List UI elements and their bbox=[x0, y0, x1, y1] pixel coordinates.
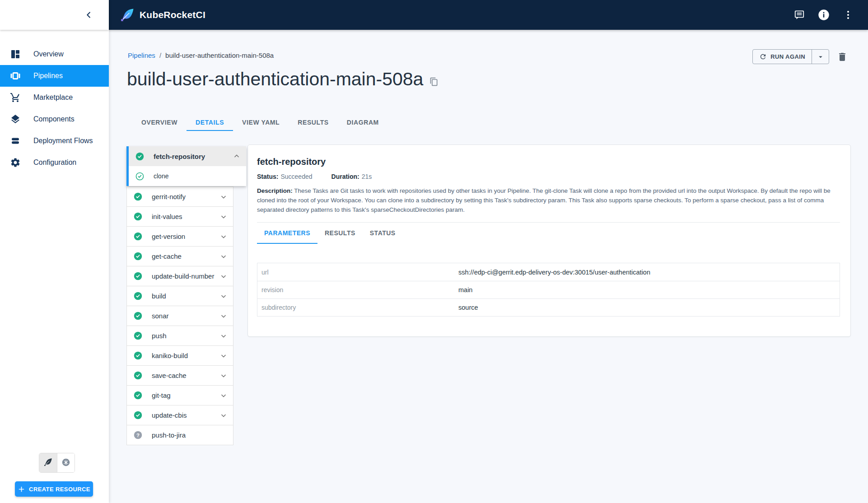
subtab-status[interactable]: STATUS bbox=[363, 223, 403, 244]
task-item-push[interactable]: push bbox=[127, 326, 233, 345]
cluster-toggle-feather[interactable] bbox=[39, 453, 57, 472]
kebab-menu-icon[interactable] bbox=[839, 6, 857, 24]
tab-details[interactable]: DETAILS bbox=[187, 115, 233, 131]
tab-results[interactable]: RESULTS bbox=[289, 115, 338, 131]
parameter-key: revision bbox=[257, 286, 458, 293]
task-label: fetch-repository bbox=[154, 153, 233, 160]
sidebar-item-overview[interactable]: Overview bbox=[0, 43, 109, 65]
sidebar-item-marketplace[interactable]: Marketplace bbox=[0, 87, 109, 108]
pipelines-icon bbox=[10, 70, 21, 81]
task-item-init-values[interactable]: init-values bbox=[127, 206, 233, 226]
breadcrumb-pipelines-link[interactable]: Pipelines bbox=[128, 51, 155, 59]
chevron-down-icon bbox=[219, 272, 228, 280]
task-label: update-cbis bbox=[152, 411, 219, 419]
sidebar-item-label: Deployment Flows bbox=[33, 137, 93, 145]
status-succeeded-outline-icon bbox=[135, 172, 145, 181]
task-label: save-cache bbox=[152, 372, 219, 379]
copy-name-icon[interactable] bbox=[429, 77, 439, 86]
status-succeeded-icon bbox=[133, 311, 143, 321]
task-item-kaniko-build[interactable]: kaniko-build bbox=[127, 345, 233, 365]
status-succeeded-icon bbox=[133, 331, 143, 340]
parameter-key: url bbox=[257, 269, 458, 276]
duration-field: Duration:21s bbox=[331, 173, 372, 180]
task-item-git-tag[interactable]: git-tag bbox=[127, 385, 233, 405]
status-succeeded-icon bbox=[133, 252, 143, 261]
app-title: KubeRocketCI bbox=[140, 9, 205, 20]
parameter-key: subdirectory bbox=[257, 304, 458, 311]
sidebar-item-deployment-flows[interactable]: Deployment Flows bbox=[0, 130, 109, 152]
sidebar-item-label: Configuration bbox=[33, 158, 76, 167]
task-label: init-values bbox=[152, 213, 219, 220]
subtab-results[interactable]: RESULTS bbox=[317, 223, 363, 244]
task-item-build[interactable]: build bbox=[127, 286, 233, 306]
task-item-sonar[interactable]: sonar bbox=[127, 306, 233, 326]
sidebar-item-pipelines[interactable]: Pipelines bbox=[0, 65, 109, 87]
task-detail-subtabs: PARAMETERSRESULTSSTATUS bbox=[257, 223, 840, 244]
status-succeeded-icon bbox=[133, 410, 143, 420]
chevron-down-icon bbox=[219, 372, 228, 380]
app-logo-feather-icon bbox=[120, 7, 135, 23]
sidebar-item-label: Components bbox=[33, 115, 75, 123]
sidebar: OverviewPipelinesMarketplaceComponentsDe… bbox=[0, 0, 109, 503]
run-again-label: RUN AGAIN bbox=[770, 53, 805, 60]
status-succeeded-icon bbox=[133, 192, 143, 201]
task-label: push bbox=[152, 332, 219, 340]
task-label: get-version bbox=[152, 233, 219, 240]
run-again-button[interactable]: RUN AGAIN bbox=[753, 50, 812, 64]
chevron-up-icon bbox=[233, 152, 241, 160]
breadcrumb: Pipelines / build-user-authentication-ma… bbox=[128, 51, 274, 59]
parameter-row: revisionmain bbox=[257, 281, 840, 298]
task-item-update-build-number[interactable]: update-build-number bbox=[127, 266, 233, 286]
task-item-update-cbis[interactable]: update-cbis bbox=[127, 405, 233, 425]
task-label: git-tag bbox=[152, 391, 219, 399]
task-list-body: gerrit-notifyinit-valuesget-versionget-c… bbox=[126, 186, 233, 445]
task-item-gerrit-notify[interactable]: gerrit-notify bbox=[127, 186, 233, 206]
task-list: fetch-repositoryclonegerrit-notifyinit-v… bbox=[126, 146, 233, 445]
chevron-down-icon bbox=[219, 213, 228, 221]
create-resource-button[interactable]: CREATE RESOURCE bbox=[15, 481, 93, 497]
task-step-clone[interactable]: clone bbox=[129, 166, 246, 186]
pipeline-run-tabs: OVERVIEWDETAILSVIEW YAMLRESULTSDIAGRAM bbox=[132, 115, 388, 131]
tab-overview[interactable]: OVERVIEW bbox=[132, 115, 187, 131]
sidebar-item-configuration[interactable]: Configuration bbox=[0, 152, 109, 173]
task-item-push-to-jira[interactable]: ?push-to-jira bbox=[127, 425, 233, 445]
chevron-down-icon bbox=[219, 292, 228, 300]
tab-diagram[interactable]: DIAGRAM bbox=[338, 115, 388, 131]
plus-icon bbox=[18, 485, 25, 493]
tab-view-yaml[interactable]: VIEW YAML bbox=[233, 115, 289, 131]
run-again-dropdown-button[interactable] bbox=[812, 50, 829, 64]
task-item-get-version[interactable]: get-version bbox=[127, 226, 233, 246]
status-value: Succeeded bbox=[280, 173, 312, 180]
collapse-sidebar-button[interactable] bbox=[80, 6, 98, 24]
task-accordion-fetch-repository: fetch-repositoryclone bbox=[126, 146, 246, 186]
task-item-fetch-repository[interactable]: fetch-repository bbox=[129, 146, 246, 166]
main-content: Pipelines / build-user-authentication-ma… bbox=[109, 30, 868, 503]
cluster-toggle bbox=[39, 453, 75, 473]
parameter-value: source bbox=[458, 304, 840, 311]
status-succeeded-icon bbox=[133, 212, 143, 221]
status-label: Status: bbox=[257, 173, 278, 180]
sidebar-header bbox=[0, 0, 109, 30]
info-icon[interactable] bbox=[815, 6, 833, 24]
cluster-toggle-kubernetes[interactable] bbox=[57, 453, 75, 472]
topbar-actions bbox=[790, 6, 857, 24]
duration-value: 21s bbox=[362, 173, 372, 180]
feedback-icon[interactable] bbox=[790, 6, 808, 24]
task-item-save-cache[interactable]: save-cache bbox=[127, 365, 233, 385]
chevron-down-icon bbox=[219, 312, 228, 320]
breadcrumb-current: build-user-authentication-main-508a bbox=[165, 51, 274, 59]
sidebar-item-components[interactable]: Components bbox=[0, 108, 109, 130]
subtab-parameters[interactable]: PARAMETERS bbox=[257, 223, 317, 244]
status-succeeded-icon bbox=[133, 271, 143, 281]
gear-icon bbox=[10, 157, 21, 168]
page-title: build-user-authentication-main-508a bbox=[127, 69, 423, 90]
title-row: build-user-authentication-main-508a bbox=[127, 69, 439, 90]
parameter-row: urlssh://edp-ci@gerrit.edp-delivery-os-d… bbox=[257, 263, 840, 281]
task-item-get-cache[interactable]: get-cache bbox=[127, 246, 233, 266]
task-label: push-to-jira bbox=[152, 431, 228, 439]
app-header: KubeRocketCI bbox=[109, 0, 868, 30]
app-window: KubeRocketCI bbox=[0, 0, 868, 503]
run-again-split-button: RUN AGAIN bbox=[752, 49, 829, 64]
delete-pipeline-run-button[interactable] bbox=[835, 50, 849, 64]
parameter-value: main bbox=[458, 286, 840, 293]
